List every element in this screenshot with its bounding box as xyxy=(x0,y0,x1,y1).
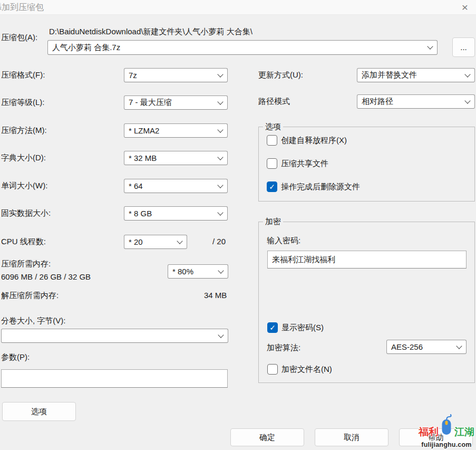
memory-decompress-value: 34 MB xyxy=(204,291,227,300)
chevron-down-icon xyxy=(218,267,224,273)
update-mode-combobox[interactable]: 添加并替换文件 xyxy=(357,68,475,82)
parameters-label: 参数(P): xyxy=(1,352,30,362)
password-input[interactable] xyxy=(267,251,467,269)
algorithm-combobox[interactable]: AES-256 xyxy=(386,340,467,354)
watermark-text: 福利 江湖 xyxy=(417,425,476,439)
encryption-groupbox: 加密 输入密码: ✓ 显示密码(S) 加密算法: AES-256 ✓ 加密文件名… xyxy=(258,222,475,383)
window-title: 添加到压缩包 xyxy=(0,2,44,13)
checkbox-icon: ✓ xyxy=(267,135,277,146)
checkbox-icon: ✓ xyxy=(267,364,278,375)
watermark-part1: 福利 xyxy=(419,425,439,439)
word-size-value: * 64 xyxy=(129,181,143,190)
browse-button[interactable]: ... xyxy=(452,37,475,57)
parameters-input[interactable] xyxy=(1,369,228,388)
watermark-logo: 福利 江湖 fulijianghu.com xyxy=(417,414,476,450)
memory-decompress-label: 解压缩所需内存: xyxy=(1,291,59,301)
checkbox-show-password[interactable]: ✓ 显示密码(S) xyxy=(267,322,324,333)
chevron-down-icon xyxy=(217,127,223,132)
chevron-down-icon xyxy=(217,99,223,104)
method-label: 压缩方法(M): xyxy=(1,126,47,136)
close-icon[interactable]: × xyxy=(458,0,472,14)
watermark-part2: 江湖 xyxy=(454,425,474,439)
path-mode-value: 相对路径 xyxy=(362,97,393,107)
archive-name-value: 人气小萝莉 合集.7z xyxy=(52,43,120,53)
method-value: * LZMA2 xyxy=(129,126,159,135)
archive-name-combobox[interactable]: 人气小萝莉 合集.7z xyxy=(47,40,438,55)
memory-percent-combobox[interactable]: * 80% xyxy=(168,264,228,279)
solid-size-value: * 8 GB xyxy=(129,209,152,218)
format-value: 7z xyxy=(129,71,137,80)
options-groupbox: 选项 ✓ 创建自释放程序(X) ✓ 压缩共享文件 ✓ 操作完成后删除源文件 xyxy=(258,127,475,202)
checkbox-label: 创建自释放程序(X) xyxy=(281,136,347,146)
solid-size-combobox[interactable]: * 8 GB xyxy=(124,206,228,221)
chevron-down-icon xyxy=(464,98,470,103)
checkbox-delete-after[interactable]: ✓ 操作完成后删除源文件 xyxy=(267,181,360,192)
chevron-down-icon xyxy=(217,209,223,215)
method-combobox[interactable]: * LZMA2 xyxy=(124,123,228,138)
memory-compress-detail: 6096 MB / 26 GB / 32 GB xyxy=(1,272,91,281)
password-label: 输入密码: xyxy=(267,236,300,246)
checkbox-label: 压缩共享文件 xyxy=(281,159,328,169)
checkbox-create-sfx[interactable]: ✓ 创建自释放程序(X) xyxy=(267,135,347,146)
split-size-combobox[interactable] xyxy=(1,329,228,343)
chevron-down-icon xyxy=(456,343,462,349)
format-combobox[interactable]: 7z xyxy=(124,68,228,82)
chevron-down-icon xyxy=(427,43,433,49)
format-label: 压缩格式(F): xyxy=(1,70,45,80)
chevron-down-icon xyxy=(218,332,224,338)
checkbox-icon: ✓ xyxy=(267,322,278,333)
checkbox-label: 加密文件名(N) xyxy=(281,365,332,375)
options-button[interactable]: 选项 xyxy=(2,402,76,421)
title-bar: 添加到压缩包 × xyxy=(0,0,476,15)
update-mode-value: 添加并替换文件 xyxy=(362,70,417,80)
level-combobox[interactable]: 7 - 最大压缩 xyxy=(124,95,228,110)
encryption-group-title: 加密 xyxy=(263,217,283,227)
cancel-button[interactable]: 取消 xyxy=(315,428,388,446)
archive-path: D:\BaiduNetdiskDownload\新建文件夹\人气小萝莉 大合集\ xyxy=(49,27,252,37)
path-mode-label: 路径模式 xyxy=(258,97,290,107)
chevron-down-icon xyxy=(217,154,223,160)
chevron-down-icon xyxy=(177,238,182,244)
watermark-domain: fulijianghu.com xyxy=(417,441,476,448)
checkbox-encrypt-names[interactable]: ✓ 加密文件名(N) xyxy=(267,364,332,375)
checkbox-icon: ✓ xyxy=(267,158,277,169)
checkbox-label: 操作完成后删除源文件 xyxy=(281,182,360,192)
memory-compress-label: 压缩所需内存: xyxy=(1,259,51,269)
cpu-threads-combobox[interactable]: * 20 xyxy=(124,235,187,249)
ok-button[interactable]: 确定 xyxy=(230,428,304,446)
chevron-down-icon xyxy=(217,182,223,188)
algorithm-label: 加密算法: xyxy=(267,343,300,353)
chevron-down-icon xyxy=(464,71,470,77)
path-mode-combobox[interactable]: 相对路径 xyxy=(357,94,475,109)
cpu-threads-value: * 20 xyxy=(129,237,143,246)
archive-label: 压缩包(A): xyxy=(1,33,37,43)
cpu-threads-max: / 20 xyxy=(212,237,226,246)
word-size-label: 单词大小(W): xyxy=(1,181,47,191)
solid-size-label: 固实数据大小: xyxy=(1,208,51,218)
dictionary-label: 字典大小(D): xyxy=(1,153,46,163)
checkbox-icon: ✓ xyxy=(267,181,277,192)
checkbox-compress-shared[interactable]: ✓ 压缩共享文件 xyxy=(267,158,328,169)
update-mode-label: 更新方式(U): xyxy=(258,70,303,80)
options-group-title: 选项 xyxy=(263,122,283,132)
checkbox-label: 显示密码(S) xyxy=(281,323,324,333)
cpu-threads-label: CPU 线程数: xyxy=(1,237,46,247)
level-value: 7 - 最大压缩 xyxy=(129,98,172,108)
split-size-label: 分卷大小, 字节(V): xyxy=(1,316,66,326)
dictionary-value: * 32 MB xyxy=(129,154,157,162)
chevron-down-icon xyxy=(217,71,223,77)
memory-percent-value: * 80% xyxy=(172,267,193,276)
dictionary-combobox[interactable]: * 32 MB xyxy=(124,151,228,165)
word-size-combobox[interactable]: * 64 xyxy=(124,179,228,193)
algorithm-value: AES-256 xyxy=(391,342,423,351)
level-label: 压缩等级(L): xyxy=(1,98,45,108)
